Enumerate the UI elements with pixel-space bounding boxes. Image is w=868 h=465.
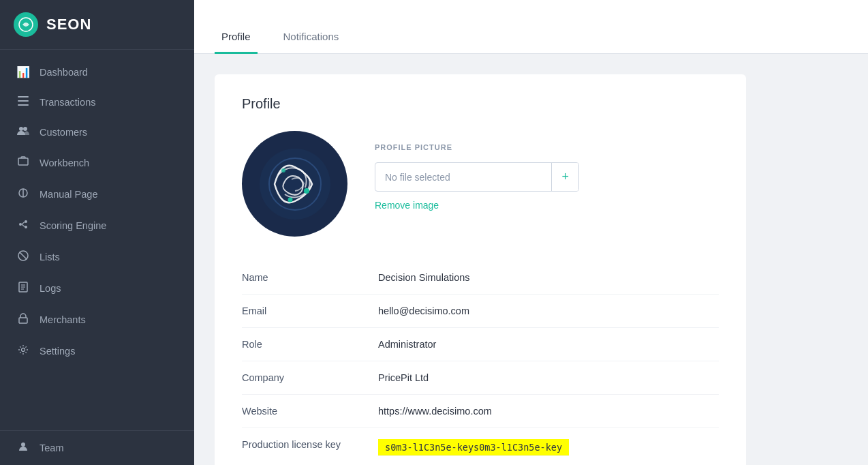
sidebar-item-label: Transactions bbox=[40, 97, 95, 108]
svg-rect-3 bbox=[18, 104, 29, 106]
merchants-icon bbox=[16, 313, 30, 327]
sidebar-item-dashboard[interactable]: 📊 Dashboard bbox=[0, 57, 194, 87]
sidebar-item-workbench[interactable]: Workbench bbox=[0, 147, 194, 179]
sidebar-item-settings[interactable]: Settings bbox=[0, 335, 194, 367]
svg-point-20 bbox=[260, 149, 330, 220]
sidebar-item-label: Settings bbox=[40, 346, 75, 357]
field-value-license-cell: s0m3-l1C3n5e-keys0m3-l1C3n5e-key bbox=[378, 428, 719, 465]
svg-point-22 bbox=[304, 188, 309, 194]
tab-bar: Profile Notifications bbox=[194, 0, 868, 54]
scoring-engine-icon bbox=[16, 219, 30, 232]
svg-point-9 bbox=[25, 220, 27, 223]
profile-fields: Name Decision Simulations Email hello@de… bbox=[242, 261, 719, 465]
svg-point-10 bbox=[25, 226, 27, 228]
sidebar-item-label: Logs bbox=[40, 283, 61, 294]
settings-icon bbox=[16, 344, 30, 358]
logs-icon bbox=[16, 282, 30, 295]
tab-notifications[interactable]: Notifications bbox=[277, 17, 346, 54]
sidebar-item-label: Team bbox=[40, 442, 63, 453]
sidebar-item-merchants[interactable]: Merchants bbox=[0, 304, 194, 335]
field-label-license: Production license key bbox=[242, 428, 378, 465]
sidebar-bottom: Team bbox=[0, 430, 194, 465]
sidebar-item-label: Scoring Engine bbox=[40, 220, 106, 231]
field-value-role: Administrator bbox=[378, 328, 719, 361]
svg-rect-2 bbox=[18, 100, 29, 102]
sidebar-item-label: Customers bbox=[40, 127, 87, 138]
field-label-website: Website bbox=[242, 395, 378, 428]
svg-rect-6 bbox=[18, 158, 28, 165]
sidebar-item-transactions[interactable]: Transactions bbox=[0, 87, 194, 117]
sidebar-item-label: Manual Page bbox=[40, 189, 97, 200]
field-value-company: PricePit Ltd bbox=[378, 361, 719, 395]
profile-card: Profile bbox=[215, 74, 746, 465]
main-area: Profile Notifications Profile bbox=[194, 0, 868, 465]
workbench-icon bbox=[16, 156, 30, 170]
customers-icon bbox=[16, 126, 30, 138]
svg-rect-17 bbox=[19, 318, 27, 323]
sidebar-item-scoring-engine[interactable]: Scoring Engine bbox=[0, 210, 194, 241]
svg-point-18 bbox=[22, 348, 25, 352]
lists-icon bbox=[16, 250, 30, 264]
field-value-name: Decision Simulations bbox=[378, 261, 719, 295]
profile-section-title: Profile bbox=[242, 96, 719, 112]
content-area: Profile bbox=[194, 54, 868, 465]
svg-point-24 bbox=[281, 168, 285, 172]
sidebar-item-customers[interactable]: Customers bbox=[0, 117, 194, 147]
logo-text: SEON bbox=[46, 16, 91, 33]
sidebar-item-logs[interactable]: Logs bbox=[0, 273, 194, 304]
field-value-website: https://www.decisimo.com bbox=[378, 395, 719, 428]
picture-upload-section: PROFILE PICTURE No file selected + Remov… bbox=[375, 131, 579, 211]
svg-point-19 bbox=[21, 442, 25, 447]
sidebar-item-team[interactable]: Team bbox=[0, 431, 194, 465]
svg-line-12 bbox=[20, 252, 27, 260]
sidebar-item-label: Workbench bbox=[40, 158, 89, 168]
sidebar-item-manual-page[interactable]: Manual Page bbox=[0, 179, 194, 210]
svg-point-5 bbox=[23, 127, 27, 131]
sidebar-nav: 📊 Dashboard Transactions Customers Workb… bbox=[0, 50, 194, 430]
logo-area: SEON bbox=[0, 0, 194, 50]
sidebar-item-label: Lists bbox=[40, 252, 60, 262]
field-label-name: Name bbox=[242, 261, 378, 295]
remove-image-link[interactable]: Remove image bbox=[375, 200, 579, 211]
file-input-row[interactable]: No file selected + bbox=[375, 162, 579, 192]
field-label-role: Role bbox=[242, 328, 378, 361]
svg-rect-1 bbox=[18, 96, 29, 97]
logo-icon bbox=[14, 12, 38, 37]
tab-profile[interactable]: Profile bbox=[215, 17, 258, 54]
dashboard-icon: 📊 bbox=[16, 65, 30, 78]
field-label-company: Company bbox=[242, 361, 378, 395]
field-value-email: hello@decisimo.com bbox=[378, 295, 719, 328]
transactions-icon bbox=[16, 96, 30, 108]
team-icon bbox=[16, 442, 30, 454]
license-key-value[interactable]: s0m3-l1C3n5e-keys0m3-l1C3n5e-key bbox=[378, 439, 569, 456]
picture-upload-label: PROFILE PICTURE bbox=[375, 143, 579, 151]
profile-picture-section: PROFILE PICTURE No file selected + Remov… bbox=[242, 131, 719, 237]
file-input-placeholder: No file selected bbox=[375, 165, 551, 190]
manual-page-icon bbox=[16, 188, 30, 201]
sidebar-item-label: Merchants bbox=[40, 314, 86, 325]
svg-point-4 bbox=[19, 127, 23, 131]
sidebar-item-lists[interactable]: Lists bbox=[0, 241, 194, 273]
sidebar: SEON 📊 Dashboard Transactions Customers … bbox=[0, 0, 194, 465]
svg-point-8 bbox=[19, 223, 22, 226]
sidebar-item-label: Dashboard bbox=[40, 67, 88, 78]
avatar bbox=[242, 131, 347, 237]
field-label-email: Email bbox=[242, 295, 378, 328]
svg-point-23 bbox=[288, 197, 292, 202]
file-add-button[interactable]: + bbox=[551, 163, 578, 191]
